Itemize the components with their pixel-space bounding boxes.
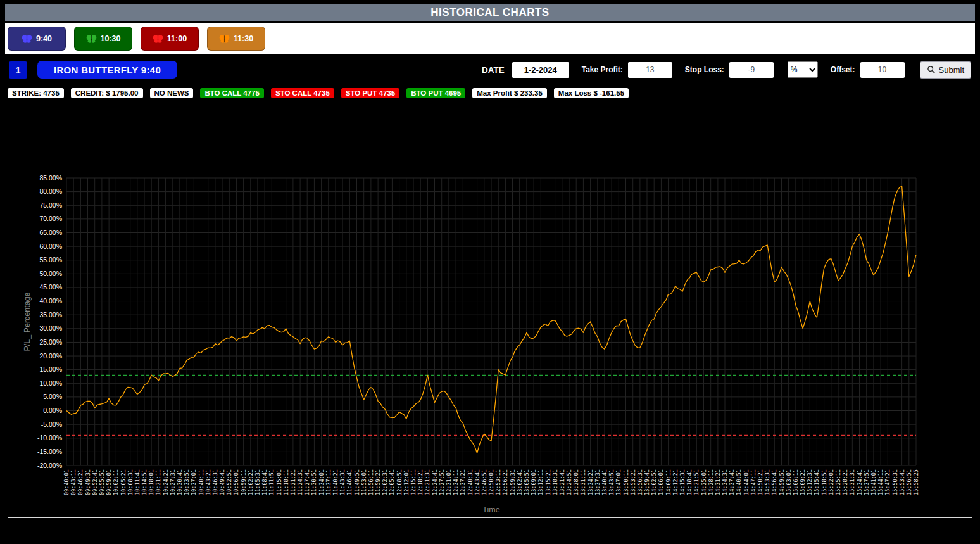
svg-text:P/L_ Percentage: P/L_ Percentage (23, 292, 32, 351)
svg-text:11:02:21: 11:02:21 (248, 469, 254, 495)
submit-button[interactable]: Submit (920, 61, 971, 79)
svg-text:09:49:31: 09:49:31 (85, 469, 91, 495)
svg-text:11:24:31: 11:24:31 (297, 469, 303, 495)
svg-text:25.00%: 25.00% (39, 338, 62, 346)
svg-text:11:15:01: 11:15:01 (276, 469, 282, 495)
svg-text:13:47:01: 13:47:01 (615, 469, 622, 495)
svg-text:12:24:41: 12:24:41 (432, 469, 438, 495)
svg-text:14:15:31: 14:15:31 (679, 469, 686, 495)
time-button-10-30[interactable]: 10:30 (74, 27, 132, 51)
take-profit-input[interactable] (628, 62, 672, 78)
svg-text:10:27:31: 10:27:31 (170, 469, 176, 495)
badge-bto-put-4695: BTO PUT 4695 (406, 88, 465, 98)
stop-loss-input[interactable] (729, 62, 774, 78)
butterfly-icon (153, 34, 163, 44)
svg-text:30.00%: 30.00% (39, 324, 62, 332)
svg-text:75.00%: 75.00% (39, 201, 62, 209)
badge-max-loss-161-55: Max Loss $ -161.55 (554, 88, 629, 98)
svg-text:14:28:11: 14:28:11 (708, 469, 714, 495)
time-button-label: 10:30 (101, 34, 121, 43)
svg-text:15:18:51: 15:18:51 (821, 469, 827, 495)
svg-text:85.00%: 85.00% (39, 174, 62, 182)
svg-text:12:43:41: 12:43:41 (474, 469, 481, 495)
svg-text:14:21:51: 14:21:51 (693, 469, 700, 495)
svg-text:11:40:21: 11:40:21 (332, 469, 339, 495)
svg-text:12:27:51: 12:27:51 (439, 469, 445, 495)
svg-text:14:02:51: 14:02:51 (651, 469, 657, 495)
svg-text:0.00%: 0.00% (43, 407, 62, 414)
svg-text:15.00%: 15.00% (39, 365, 62, 373)
svg-text:13:18:31: 13:18:31 (552, 469, 558, 495)
svg-text:10:08:31: 10:08:31 (127, 469, 134, 495)
svg-text:11:30:51: 11:30:51 (311, 469, 317, 495)
svg-text:14:40:51: 14:40:51 (736, 469, 742, 495)
svg-text:12:15:11: 12:15:11 (410, 469, 417, 495)
badge-strike-4735: STRIKE: 4735 (8, 88, 64, 98)
svg-text:14:37:41: 14:37:41 (729, 469, 735, 495)
svg-text:09:43:11: 09:43:11 (70, 469, 77, 495)
badge-sto-put-4735: STO PUT 4735 (341, 88, 399, 98)
svg-text:15:31:31: 15:31:31 (849, 469, 855, 495)
badge-sto-call-4735: STO CALL 4735 (271, 88, 334, 98)
svg-text:20.00%: 20.00% (39, 352, 62, 360)
svg-text:11:08:41: 11:08:41 (261, 469, 268, 495)
controls-row: 1 IRON BUTTERFLY 9:40 DATE Take Profit: … (9, 61, 971, 79)
svg-text:13:05:51: 13:05:51 (524, 469, 530, 495)
unit-select[interactable]: % (788, 61, 818, 78)
svg-text:10:49:41: 10:49:41 (219, 469, 225, 495)
svg-text:13:53:21: 13:53:21 (630, 469, 636, 495)
time-button-11-00[interactable]: 11:00 (141, 27, 199, 51)
svg-text:13:15:21: 13:15:21 (545, 469, 551, 495)
svg-text:13:50:11: 13:50:11 (623, 469, 629, 495)
svg-text:5.00%: 5.00% (43, 393, 62, 400)
svg-text:09:55:51: 09:55:51 (99, 469, 105, 495)
svg-text:10:46:31: 10:46:31 (212, 469, 218, 495)
svg-text:10:11:41: 10:11:41 (134, 469, 141, 495)
time-button-label: 9:40 (36, 34, 52, 43)
svg-text:13:43:51: 13:43:51 (608, 469, 615, 495)
svg-text:12:34:11: 12:34:11 (453, 469, 459, 495)
svg-text:11:59:21: 11:59:21 (375, 469, 381, 495)
svg-text:11:34:01: 11:34:01 (318, 469, 325, 495)
svg-text:14:44:01: 14:44:01 (743, 469, 750, 495)
svg-text:Time: Time (482, 505, 499, 514)
svg-text:15:53:41: 15:53:41 (899, 469, 905, 495)
svg-text:12:31:01: 12:31:01 (446, 469, 452, 495)
svg-text:-5.00%: -5.00% (41, 421, 62, 428)
svg-text:15:56:51: 15:56:51 (906, 469, 912, 495)
svg-text:15:34:41: 15:34:41 (857, 469, 863, 495)
strategy-button[interactable]: IRON BUTTERFLY 9:40 (37, 61, 177, 79)
svg-text:15:28:21: 15:28:21 (842, 469, 848, 495)
svg-text:15:37:51: 15:37:51 (864, 469, 870, 495)
svg-text:15:44:11: 15:44:11 (877, 469, 884, 495)
offset-input[interactable] (860, 62, 905, 78)
time-button-9-40[interactable]: 9:40 (8, 27, 66, 51)
svg-text:10:05:21: 10:05:21 (120, 469, 127, 495)
time-button-label: 11:00 (167, 34, 187, 43)
svg-text:10:59:11: 10:59:11 (241, 469, 247, 495)
svg-text:12:50:01: 12:50:01 (488, 469, 494, 495)
svg-text:15:12:31: 15:12:31 (807, 469, 813, 495)
svg-text:10:24:21: 10:24:21 (163, 469, 169, 495)
svg-text:11:18:11: 11:18:11 (283, 469, 289, 495)
time-toolbar: 9:4010:3011:0011:30 (5, 23, 975, 54)
svg-text:09:40:01: 09:40:01 (63, 469, 70, 495)
svg-text:15:58:25: 15:58:25 (913, 469, 919, 495)
svg-text:10:14:51: 10:14:51 (141, 469, 148, 495)
svg-text:45.00%: 45.00% (39, 283, 62, 291)
svg-text:12:12:01: 12:12:01 (403, 469, 410, 495)
svg-text:12:56:21: 12:56:21 (502, 469, 508, 495)
right-controls: DATE Take Profit: Stop Loss: % Offset: S… (482, 61, 971, 79)
date-input[interactable] (512, 62, 569, 78)
svg-text:14:18:41: 14:18:41 (686, 469, 693, 495)
svg-text:14:09:11: 14:09:11 (665, 469, 672, 495)
svg-text:10:52:51: 10:52:51 (226, 469, 232, 495)
svg-text:13:09:01: 13:09:01 (531, 469, 537, 495)
svg-text:11:27:41: 11:27:41 (304, 469, 310, 495)
svg-text:65.00%: 65.00% (39, 229, 62, 236)
svg-text:15:47:21: 15:47:21 (884, 469, 891, 495)
svg-text:10:30:41: 10:30:41 (177, 469, 183, 495)
time-button-11-30[interactable]: 11:30 (207, 27, 265, 51)
svg-text:14:50:21: 14:50:21 (757, 469, 763, 495)
svg-text:09:59:01: 09:59:01 (106, 469, 112, 495)
